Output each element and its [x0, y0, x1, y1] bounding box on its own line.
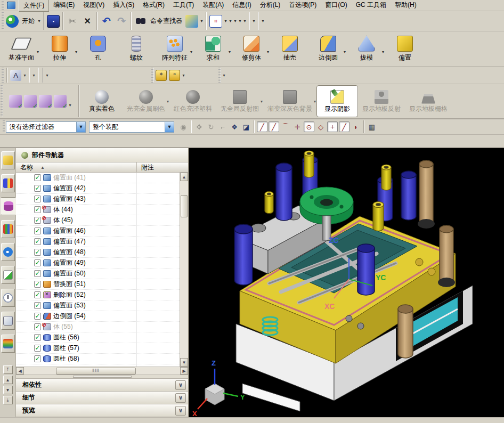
snap-hook-icon[interactable]: ⌐: [217, 121, 228, 132]
binoculars-icon[interactable]: [134, 15, 147, 28]
res-bottom-icon[interactable]: ⤓: [3, 396, 13, 404]
toolbar-gripper[interactable]: [218, 68, 221, 83]
checkbox-icon[interactable]: ✓: [34, 206, 41, 213]
tree-row[interactable]: ✓ 偏置面 (46): [16, 226, 180, 237]
dropdown-icon[interactable]: ▾: [261, 19, 265, 23]
checkbox-icon[interactable]: ✓: [34, 174, 41, 181]
tree-row[interactable]: ✓ 偏置面 (42): [16, 183, 180, 194]
save-icon[interactable]: ▪: [47, 15, 60, 28]
scrollbar-thumb[interactable]: ⦀⦀⦀: [56, 368, 136, 375]
toolbar-gripper[interactable]: [151, 68, 154, 83]
checkbox-icon[interactable]: ✓: [34, 302, 41, 309]
show-box-icon[interactable]: ◪: [241, 121, 251, 132]
dropdown-icon[interactable]: ▾: [229, 50, 231, 54]
tree-row[interactable]: ✓ 偏置面 (43): [16, 194, 180, 205]
start-dropdown-icon[interactable]: ▾: [37, 19, 42, 23]
painter-icon[interactable]: ❖: [229, 121, 240, 132]
tree-row[interactable]: ✓ 偏置面 (49): [16, 258, 180, 269]
history-tab[interactable]: [1, 289, 15, 307]
dropdown-icon[interactable]: ▾: [181, 73, 186, 78]
hole-button[interactable]: 孔: [79, 31, 117, 66]
toolbar-gripper[interactable]: [2, 12, 4, 30]
menu-item[interactable]: 插入(S): [109, 0, 139, 12]
snap-endpoint-icon[interactable]: ╱: [257, 121, 267, 132]
checkbox-icon[interactable]: ✓: [34, 313, 41, 320]
dropdown-icon[interactable]: ▾: [223, 19, 228, 23]
scroll-left-icon[interactable]: ◀: [16, 367, 24, 375]
edge-blend-button[interactable]: 边倒圆 ▾: [309, 31, 347, 66]
menu-item[interactable]: GC 工具箱: [352, 0, 391, 12]
menu-item[interactable]: 分析(L): [256, 0, 285, 12]
checkbox-icon[interactable]: ✓: [34, 196, 41, 202]
combo-dropdown-icon[interactable]: ▼: [165, 122, 174, 132]
checkbox-icon[interactable]: ✓: [34, 217, 41, 224]
tree-row[interactable]: ✓ 圆柱 (56): [16, 332, 180, 343]
trim-body-button[interactable]: 修剪体 ▾: [232, 31, 271, 66]
scroll-up-icon[interactable]: ▲: [180, 173, 188, 181]
tree-row[interactable]: ✓ 圆柱 (57): [16, 343, 180, 354]
command-finder-button[interactable]: 命令查找器: [150, 17, 182, 26]
tree-row[interactable]: ✓ 替换面 (51): [16, 279, 180, 290]
internet-explorer-tab[interactable]: [1, 243, 15, 261]
floor-reflection-button[interactable]: 显示地板反射: [358, 85, 405, 117]
system-scenes-tab[interactable]: [1, 312, 15, 330]
dropdown-icon[interactable]: ▾: [382, 50, 384, 54]
visual-list-icon[interactable]: [24, 95, 37, 108]
snap-center-icon[interactable]: ⊙: [304, 121, 314, 132]
collapsed-panel[interactable]: 细节 ∨: [16, 392, 188, 404]
assembly-navigator-tab[interactable]: [1, 151, 15, 169]
extrude-button[interactable]: 拉伸 ▾: [40, 31, 79, 66]
tree-row[interactable]: ✓ 偏置面 (50): [16, 269, 180, 279]
menu-item[interactable]: 窗口(O): [321, 0, 351, 12]
materials-tab[interactable]: [1, 335, 15, 353]
text-abc-icon[interactable]: A: [10, 70, 21, 81]
tree-row[interactable]: ✓ 偏置面 (48): [16, 247, 180, 258]
combo-dropdown-icon[interactable]: ▼: [76, 122, 85, 132]
dropdown-icon[interactable]: ▾: [75, 50, 77, 54]
checkbox-icon[interactable]: ✓: [34, 334, 41, 341]
brushed-metal-button[interactable]: 光亮金属刷色 ▾: [123, 85, 169, 117]
selection-scope-combo[interactable]: 整个装配 ▼: [89, 121, 174, 133]
datum-plane-button[interactable]: 基准平面 ▾: [2, 31, 40, 66]
menu-item[interactable]: 首选项(P): [284, 0, 321, 12]
dropdown-icon[interactable]: ▾: [37, 50, 39, 54]
column-header-name[interactable]: 名称 ▲: [16, 162, 137, 172]
thread-button[interactable]: 螺纹: [117, 31, 156, 66]
menu-item[interactable]: 文件(F): [19, 0, 49, 12]
web-browser-tab[interactable]: [1, 266, 15, 284]
checkbox-icon[interactable]: ✓: [34, 355, 41, 362]
checkbox-icon[interactable]: ✓: [34, 270, 41, 277]
floor-grid-button[interactable]: 显示地板栅格: [405, 85, 452, 117]
checkbox-icon[interactable]: ✓: [34, 185, 41, 192]
res-up-icon[interactable]: ▲: [3, 376, 13, 384]
red-plastic-button[interactable]: 红色亮泽塑料: [169, 85, 216, 117]
visual-table-icon[interactable]: [39, 95, 52, 108]
tree-row[interactable]: ✓ 体 (44): [16, 205, 180, 215]
show-shadow-button[interactable]: 显示阴影: [316, 85, 358, 117]
no-reflection-button[interactable]: 无全局反射图 ▾: [216, 85, 263, 117]
checkbox-icon[interactable]: ✓: [34, 345, 41, 352]
menu-item[interactable]: 信息(I): [228, 0, 255, 12]
checkbox-icon[interactable]: ✓: [34, 238, 41, 245]
unite-button[interactable]: 求和 ▾: [194, 31, 232, 66]
shell-button[interactable]: 抽壳: [271, 31, 309, 66]
toolbar-gripper[interactable]: [1, 85, 3, 117]
folder-circles-icon[interactable]: °: [169, 70, 180, 81]
tree-row[interactable]: ✓ 删除面 (52): [16, 290, 180, 300]
dropdown-icon[interactable]: ▾: [251, 19, 256, 23]
fit-view-icon[interactable]: ⌗: [209, 15, 222, 28]
checkbox-icon[interactable]: ✓: [34, 259, 41, 266]
dropdown-icon[interactable]: ▾: [68, 103, 72, 108]
toolbar-gripper[interactable]: [2, 68, 4, 83]
true-shading-button[interactable]: 真实着色: [81, 85, 123, 117]
snap-face-icon[interactable]: ◗: [351, 121, 361, 132]
dropdown-icon[interactable]: ▾: [222, 73, 226, 78]
dropdown-icon[interactable]: ▾: [344, 50, 346, 54]
dropdown-icon[interactable]: ▾: [314, 99, 316, 104]
dropdown-icon[interactable]: ▾: [22, 73, 27, 78]
toolbar-gripper[interactable]: [3, 120, 5, 133]
res-top-icon[interactable]: ⤒: [3, 365, 13, 374]
tree-row[interactable]: ✓ 圆柱 (58): [16, 354, 180, 364]
redo-icon[interactable]: ↷: [115, 15, 128, 28]
menu-item[interactable]: 编辑(E): [49, 0, 79, 12]
